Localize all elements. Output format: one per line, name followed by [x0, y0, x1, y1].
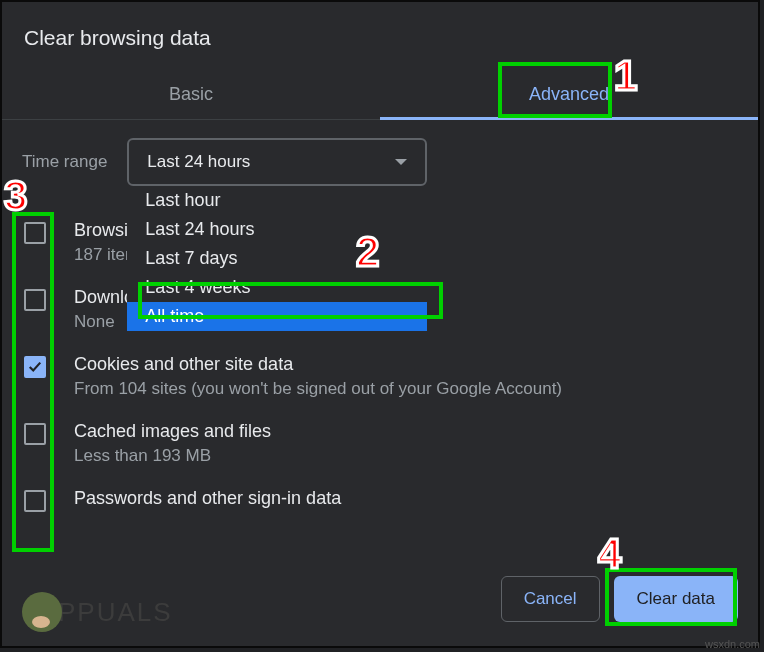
time-range-dropdown: Last hour Last 24 hours Last 7 days Last… [127, 186, 427, 331]
item-sub: Less than 193 MB [74, 446, 738, 466]
dropdown-option-last-hour[interactable]: Last hour [127, 186, 427, 215]
item-text: Cookies and other site data From 104 sit… [74, 354, 738, 399]
item-title: Cached images and files [74, 421, 738, 442]
corner-watermark: wsxdn.com [705, 638, 760, 650]
time-range-select[interactable]: Last 24 hours [127, 138, 427, 186]
time-range-label: Time range [22, 152, 107, 172]
watermark-text: PPUALS [58, 597, 173, 628]
checkbox-cached[interactable] [24, 423, 46, 445]
content-area: Time range Last 24 hours Last hour Last … [2, 120, 758, 558]
chevron-down-icon [395, 159, 407, 165]
tab-advanced[interactable]: Advanced [380, 70, 758, 119]
tabs: Basic Advanced [2, 70, 758, 120]
checkbox-passwords[interactable] [24, 490, 46, 512]
tab-basic[interactable]: Basic [2, 70, 380, 119]
cancel-button[interactable]: Cancel [501, 576, 600, 622]
time-range-select-wrapper: Last 24 hours Last hour Last 24 hours La… [127, 138, 427, 186]
checkbox-browsing-history[interactable] [24, 222, 46, 244]
item-text: Cached images and files Less than 193 MB [74, 421, 738, 466]
item-cached: Cached images and files Less than 193 MB [2, 411, 758, 478]
item-title: Cookies and other site data [74, 354, 738, 375]
clear-data-button[interactable]: Clear data [614, 576, 738, 622]
watermark-logo: PPUALS [22, 592, 173, 632]
dropdown-option-last-24-hours[interactable]: Last 24 hours [127, 215, 427, 244]
clear-browsing-data-dialog: Clear browsing data Basic Advanced Time … [0, 0, 760, 648]
dropdown-option-last-7-days[interactable]: Last 7 days [127, 244, 427, 273]
item-title: Passwords and other sign-in data [74, 488, 738, 509]
dropdown-option-all-time[interactable]: All time [127, 302, 427, 331]
item-text: Passwords and other sign-in data [74, 488, 738, 513]
item-cookies: Cookies and other site data From 104 sit… [2, 344, 758, 411]
item-passwords: Passwords and other sign-in data [2, 478, 758, 525]
dialog-title: Clear browsing data [2, 2, 758, 50]
time-range-row: Time range Last 24 hours Last hour Last … [2, 120, 758, 204]
checkbox-cookies[interactable] [24, 356, 46, 378]
appuals-icon [22, 592, 62, 632]
dropdown-option-last-4-weeks[interactable]: Last 4 weeks [127, 273, 427, 302]
check-icon [28, 360, 42, 374]
checkbox-download-history[interactable] [24, 289, 46, 311]
item-sub: From 104 sites (you won't be signed out … [74, 379, 738, 399]
time-range-selected-value: Last 24 hours [147, 152, 250, 172]
